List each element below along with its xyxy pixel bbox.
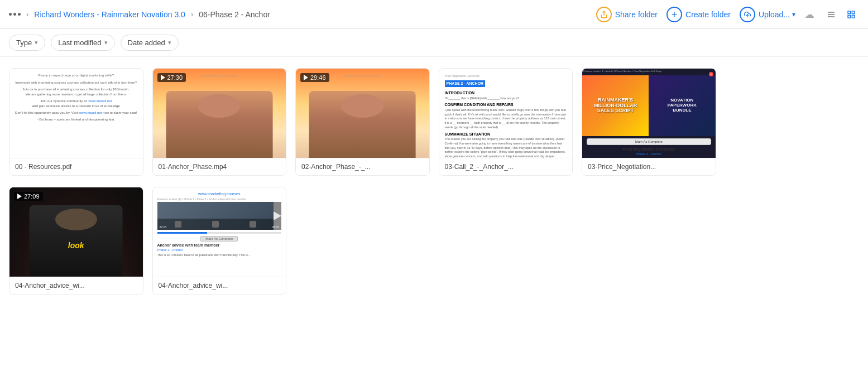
svg-rect-8 xyxy=(852,15,855,18)
cloud-icon: ☁ xyxy=(804,8,814,21)
share-folder-label: Share folder xyxy=(615,10,658,19)
grid-view-button[interactable] xyxy=(843,7,859,22)
create-folder-icon: + xyxy=(666,7,682,22)
upload-label: Upload... xyxy=(759,10,790,19)
svg-rect-7 xyxy=(848,15,851,18)
last-modified-filter[interactable]: Last modified ▾ xyxy=(51,35,114,51)
file-thumb-anchor1: imarketing.courses 27:30 xyxy=(153,69,286,158)
more-options-button[interactable] xyxy=(9,13,21,16)
file-card-call2[interactable]: Price Negotiation Call Script PHASE 2 - … xyxy=(439,68,573,176)
file-thumb-call2: Price Negotiation Call Script PHASE 2 - … xyxy=(439,69,573,158)
breadcrumb-parent[interactable]: Richard Wonders - Rainmaker Novation 3.0 xyxy=(34,10,185,19)
file-grid-row2: look 27:09 04-Anchor_advice_wi... www.im… xyxy=(0,187,868,306)
file-label-advice-video: 04-Anchor_advice_wi... xyxy=(9,277,143,294)
file-label-advice-doc: 04-Anchor_advice_wi... xyxy=(153,277,286,294)
file-label-anchor1: 01-Anchor_Phase.mp4 xyxy=(153,158,286,175)
svg-rect-6 xyxy=(852,11,855,14)
file-card-price-neg[interactable]: Previous Location 3 > Module 1 Phase 2 A… xyxy=(582,68,716,176)
file-label-call2: 03-Call_2_-_Anchor_... xyxy=(439,158,573,175)
share-folder-icon xyxy=(596,7,612,22)
type-filter-chevron: ▾ xyxy=(35,39,38,46)
file-card-anchor2[interactable]: imarketing.courses 29:46 02-Anchor_Phase… xyxy=(295,68,430,176)
file-thumb-advice-video: look 27:09 xyxy=(9,187,143,277)
upload-button[interactable]: Upload... xyxy=(740,7,790,22)
duration-badge-2: 29:46 xyxy=(300,73,329,82)
create-folder-button[interactable]: + Create folder xyxy=(666,7,731,22)
file-thumb-resources: Ready to supercharge your digital market… xyxy=(9,69,143,158)
file-label-anchor2: 02-Anchor_Phase_-_... xyxy=(296,158,429,175)
file-card-advice-video[interactable]: look 27:09 04-Anchor_advice_wi... xyxy=(9,187,143,294)
upload-chevron-icon[interactable]: ▾ xyxy=(792,11,795,18)
file-thumb-advice-doc: www.imarketing.courses Previous Location… xyxy=(153,187,286,277)
upload-group: Upload... ▾ xyxy=(740,7,795,22)
last-modified-label: Last modified xyxy=(58,38,101,47)
file-card-resources[interactable]: Ready to supercharge your digital market… xyxy=(9,68,143,176)
file-card-anchor1[interactable]: imarketing.courses 27:30 01-Anchor_Phase… xyxy=(152,68,287,176)
filter-bar: Type ▾ Last modified ▾ Date added ▾ xyxy=(0,29,868,57)
type-filter-label: Type xyxy=(16,38,32,47)
date-added-filter[interactable]: Date added ▾ xyxy=(121,35,179,51)
create-folder-label: Create folder xyxy=(685,10,731,19)
duration-badge-1: 27:30 xyxy=(157,73,186,82)
breadcrumb-chevron: › xyxy=(24,10,31,18)
breadcrumb-current: 06-Phase 2 - Anchor xyxy=(199,10,270,19)
last-modified-chevron: ▾ xyxy=(104,39,108,46)
view-toggle xyxy=(823,7,859,22)
file-grid: Ready to supercharge your digital market… xyxy=(0,57,868,187)
file-label-resources: 00 - Resources.pdf xyxy=(9,158,143,175)
file-card-advice-doc[interactable]: www.imarketing.courses Previous Location… xyxy=(152,187,287,294)
duration-badge-advice: 27:09 xyxy=(14,192,43,201)
type-filter[interactable]: Type ▾ xyxy=(9,35,45,51)
file-thumb-price-neg: Previous Location 3 > Module 1 Phase 2 A… xyxy=(582,69,716,158)
breadcrumb-separator: › xyxy=(189,10,195,18)
date-added-chevron: ▾ xyxy=(168,39,171,46)
top-nav: › Richard Wonders - Rainmaker Novation 3… xyxy=(0,0,868,29)
date-added-label: Date added xyxy=(128,38,165,47)
file-label-price-neg: 03-Price_Negotiation... xyxy=(582,158,716,175)
nav-actions: Share folder + Create folder Upload... ▾… xyxy=(596,7,859,22)
svg-rect-5 xyxy=(848,11,851,14)
list-view-button[interactable] xyxy=(823,7,839,22)
file-thumb-anchor2: imarketing.courses 29:46 xyxy=(296,69,429,158)
upload-icon xyxy=(740,7,755,22)
share-folder-button[interactable]: Share folder xyxy=(596,7,658,22)
